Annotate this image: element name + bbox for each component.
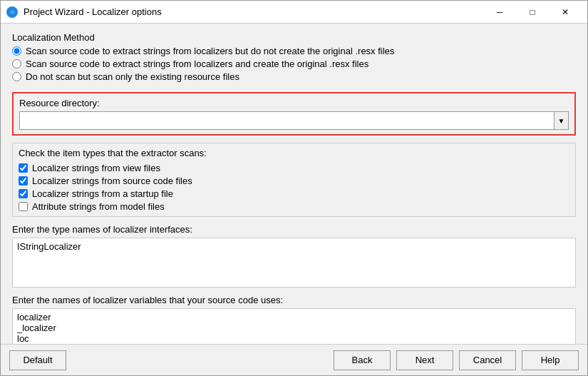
radio-label-1[interactable]: Scan source code to extract strings from… (26, 46, 394, 56)
resource-directory-section: Resource directory: ▼ (12, 92, 576, 136)
checkbox-3[interactable] (19, 189, 28, 198)
check-label-4[interactable]: Attribute strings from model files (32, 201, 165, 212)
localizer-interfaces-label: Enter the type names of localizer interf… (12, 224, 576, 235)
app-icon-symbol: ○ (10, 8, 14, 16)
content-area: Localization Method Scan source code to … (1, 24, 587, 344)
checkbox-4[interactable] (19, 202, 28, 211)
check-item-3: Localizer strings from a startup file (19, 188, 569, 199)
check-section: Check the item types that the extractor … (12, 143, 576, 217)
minimize-button[interactable]: ─ (483, 1, 516, 24)
check-item-4: Attribute strings from model files (19, 201, 569, 212)
checkbox-1[interactable] (19, 163, 28, 173)
radio-label-2[interactable]: Scan source code to extract strings from… (26, 59, 368, 69)
maximize-button[interactable]: □ (516, 1, 549, 24)
checkbox-2[interactable] (19, 176, 28, 186)
help-button[interactable]: Help (522, 350, 579, 370)
check-section-label: Check the item types that the extractor … (19, 148, 569, 158)
check-item-2: Localizer strings from source code files (19, 176, 569, 186)
check-label-2[interactable]: Localizer strings from source code files (32, 176, 192, 186)
radio-label-3[interactable]: Do not scan but scan only the existing r… (26, 71, 239, 82)
check-label-3[interactable]: Localizer strings from a startup file (32, 188, 173, 199)
localization-method-section: Localization Method Scan source code to … (12, 32, 576, 85)
footer-right: Back Next Cancel Help (334, 350, 579, 370)
check-label-1[interactable]: Localizer strings from view files (32, 163, 160, 173)
resource-input-wrap: ▼ (19, 111, 569, 130)
localizer-interfaces-section: Enter the type names of localizer interf… (12, 224, 576, 288)
radio-item-3: Do not scan but scan only the existing r… (12, 71, 576, 82)
next-button[interactable]: Next (396, 350, 453, 370)
main-window: ○ Project Wizard - Localizer options ─ □… (0, 0, 588, 376)
app-icon: ○ (6, 6, 18, 18)
localizer-interfaces-input[interactable]: IStringLocalizer (12, 238, 576, 288)
check-items: Localizer strings from view files Locali… (19, 163, 569, 212)
radio-opt1[interactable] (12, 46, 21, 56)
title-bar: ○ Project Wizard - Localizer options ─ □… (1, 1, 587, 24)
back-button[interactable]: Back (334, 350, 391, 370)
default-button[interactable]: Default (9, 350, 66, 370)
close-button[interactable]: ✕ (549, 1, 582, 24)
window-title: Project Wizard - Localizer options (24, 6, 483, 17)
localizer-variables-input[interactable]: localizer _localizer loc Localizer Loc (12, 308, 576, 344)
radio-opt2[interactable] (12, 59, 21, 68)
radio-opt3[interactable] (12, 72, 21, 81)
cancel-button[interactable]: Cancel (459, 350, 516, 370)
window-controls: ─ □ ✕ (483, 1, 582, 24)
resource-directory-label: Resource directory: (19, 98, 569, 108)
resource-directory-input[interactable] (20, 112, 554, 129)
radio-item-1: Scan source code to extract strings from… (12, 46, 576, 56)
footer: Default Back Next Cancel Help (1, 344, 587, 375)
localizer-variables-label: Enter the names of localizer variables t… (12, 295, 576, 305)
resource-dropdown-button[interactable]: ▼ (554, 112, 568, 129)
radio-item-2: Scan source code to extract strings from… (12, 59, 576, 69)
localization-method-label: Localization Method (12, 32, 576, 43)
localizer-variables-section: Enter the names of localizer variables t… (12, 295, 576, 344)
check-item-1: Localizer strings from view files (19, 163, 569, 173)
footer-left: Default (9, 350, 334, 370)
radio-group: Scan source code to extract strings from… (12, 46, 576, 82)
